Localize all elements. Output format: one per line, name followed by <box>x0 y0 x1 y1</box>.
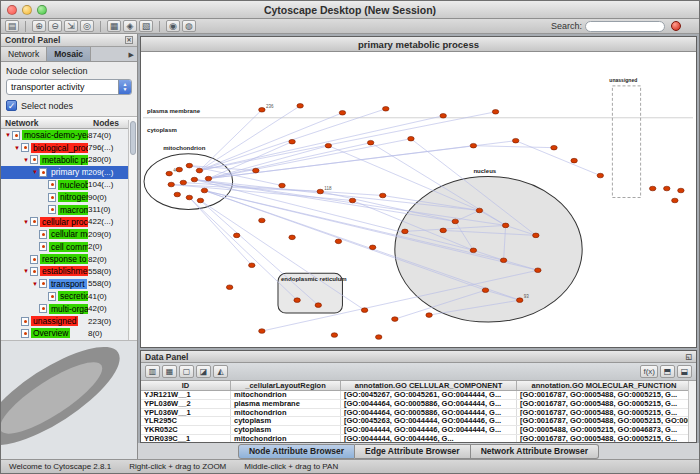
network-edge[interactable] <box>208 143 370 179</box>
network-node[interactable] <box>367 140 373 145</box>
network-node[interactable] <box>325 143 331 148</box>
network-node[interactable] <box>672 198 678 203</box>
destroy-network-view-icon[interactable]: ▧ <box>139 20 153 32</box>
network-node[interactable] <box>571 158 577 163</box>
delete-table-icon[interactable]: ◭ <box>213 365 228 378</box>
zoom-selected-icon[interactable]: ◎ <box>80 20 94 32</box>
network-node[interactable] <box>186 163 192 168</box>
network-node[interactable] <box>369 245 375 250</box>
data-panel-float-icon[interactable]: ◱ <box>685 353 692 361</box>
network-node[interactable] <box>380 193 386 198</box>
tree-expand-icon[interactable]: ▼ <box>31 281 39 287</box>
tree-expand-icon[interactable]: ▼ <box>22 219 30 225</box>
network-node[interactable] <box>492 110 498 115</box>
network-node[interactable] <box>512 138 518 143</box>
save-session-icon[interactable]: ▤ <box>5 20 19 32</box>
vizmapper-icon[interactable]: ◉ <box>166 20 180 32</box>
tree-scrollbar[interactable] <box>128 120 137 343</box>
network-node[interactable] <box>470 248 476 253</box>
formula-builder-icon[interactable]: f(x) <box>640 365 658 378</box>
column-header[interactable]: annotation.GO CELLULAR_COMPONENT <box>341 381 517 390</box>
tree-item[interactable]: response to stimul...82(0) <box>1 253 128 265</box>
zoom-in-icon[interactable]: ⊕ <box>32 20 46 32</box>
export-attributes-icon[interactable]: ⬓ <box>677 365 692 378</box>
tree-item[interactable]: nitrogen compo...90(0) <box>1 191 128 203</box>
tab-network[interactable]: Network <box>1 47 47 61</box>
network-node[interactable] <box>259 108 265 113</box>
network-edge[interactable] <box>189 198 297 301</box>
column-header[interactable]: _cellularLayoutRegion <box>231 381 341 390</box>
tree-expand-icon[interactable]: ▼ <box>22 157 30 163</box>
network-node[interactable] <box>402 229 408 234</box>
network-node[interactable] <box>533 233 539 238</box>
search-input[interactable] <box>585 21 665 32</box>
network-node[interactable] <box>279 183 285 188</box>
tree-item[interactable]: Overview8(0) <box>1 327 128 339</box>
table-row[interactable]: YJR121W__1mitochondrion[GO:0045267, GO:0… <box>141 391 696 400</box>
network-node[interactable] <box>408 136 414 141</box>
network-node[interactable] <box>482 288 488 293</box>
network-edge[interactable] <box>473 146 554 148</box>
node-color-dropdown[interactable]: transporter activity ▲▼ <box>6 79 132 95</box>
create-attribute-icon[interactable]: ▦ <box>162 365 177 378</box>
delete-attribute-icon[interactable]: ▢ <box>179 365 194 378</box>
tree-item[interactable]: macromolecule...311(0) <box>1 203 128 215</box>
network-node[interactable] <box>191 177 197 182</box>
network-node[interactable] <box>226 285 232 290</box>
tree-scrollbar-thumb[interactable] <box>130 121 136 155</box>
network-node[interactable] <box>166 171 172 176</box>
network-overview-icon[interactable]: ▦ <box>107 20 121 32</box>
table-row[interactable]: YDR039C__1mitochondrion[GO:0044444, GO:0… <box>141 435 696 442</box>
plugin-manager-icon[interactable]: ◍ <box>182 20 196 32</box>
tab-scroll-right-icon[interactable]: ▶ <box>126 47 137 61</box>
minimize-window-button[interactable] <box>22 5 32 15</box>
network-edge[interactable] <box>199 116 443 171</box>
network-node[interactable] <box>317 189 323 194</box>
tree-item[interactable]: ▼metabolic process280(0) <box>1 154 128 166</box>
tree-item[interactable]: cellular metabo...209(0) <box>1 228 128 240</box>
network-edge[interactable] <box>199 110 261 171</box>
network-node[interactable] <box>201 188 207 193</box>
network-node[interactable] <box>168 182 174 187</box>
network-node[interactable] <box>335 239 341 244</box>
network-node[interactable] <box>205 176 211 181</box>
network-node[interactable] <box>517 298 523 303</box>
table-row[interactable]: YPL036W__2plasma membrane[GO:0044464, GO… <box>141 400 696 409</box>
close-window-button[interactable] <box>7 5 17 15</box>
network-node[interactable] <box>197 198 203 203</box>
network-node[interactable] <box>176 167 182 172</box>
tree-item[interactable]: cell communicat...2(0) <box>1 241 128 253</box>
table-row[interactable]: YPL036W__1mitochondrion[GO:0044464, GO:0… <box>141 409 696 418</box>
tree-item[interactable]: multi-organism pro...42(0) <box>1 302 128 314</box>
network-node[interactable] <box>294 298 300 303</box>
network-node[interactable] <box>678 188 684 193</box>
network-node[interactable] <box>649 186 655 191</box>
rename-attribute-icon[interactable]: ◪ <box>196 365 211 378</box>
tree-expand-icon[interactable]: ▼ <box>31 169 39 175</box>
tree-item[interactable]: nucleobase,...104(...) <box>1 179 128 191</box>
network-node[interactable] <box>180 180 186 185</box>
network-node[interactable] <box>253 168 259 173</box>
tree-item[interactable]: secretion41(0) <box>1 290 128 302</box>
network-node[interactable] <box>259 329 265 334</box>
network-node[interactable] <box>249 263 255 268</box>
network-edge[interactable] <box>189 198 251 266</box>
network-edge[interactable] <box>199 113 342 171</box>
network-node[interactable] <box>551 145 557 150</box>
tab-edge-attribute-browser[interactable]: Edge Attribute Browser <box>355 444 471 459</box>
network-node[interactable] <box>289 139 295 144</box>
network-node[interactable] <box>349 198 355 203</box>
network-node[interactable] <box>502 223 508 228</box>
column-header[interactable]: ID <box>141 381 231 390</box>
network-node[interactable] <box>375 335 381 340</box>
network-view-title[interactable]: primary metabolic process <box>141 37 696 52</box>
import-attributes-icon[interactable]: ⬒ <box>660 365 675 378</box>
tree-item[interactable]: ▼biological_process796(...) <box>1 141 128 153</box>
network-node[interactable] <box>315 303 321 308</box>
network-node[interactable] <box>233 233 239 238</box>
create-network-view-icon[interactable]: ◈ <box>123 20 137 32</box>
network-node[interactable] <box>361 308 367 313</box>
window-titlebar[interactable]: Cytoscape Desktop (New Session) <box>1 1 699 19</box>
network-node[interactable] <box>174 192 180 197</box>
tree-item[interactable]: ▼primary metabo...209(...) <box>1 166 128 178</box>
